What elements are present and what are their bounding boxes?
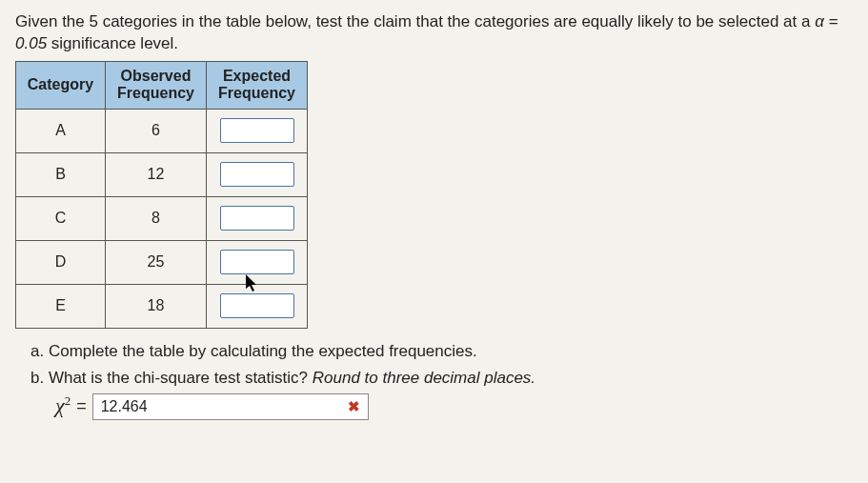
cell-category: A [16, 109, 106, 152]
cell-expected [207, 109, 308, 152]
table-row: C 8 [16, 196, 308, 240]
cell-observed: 8 [106, 196, 207, 240]
chi-symbol: χ2 [55, 393, 71, 418]
header-observed: Observed Frequency [106, 61, 207, 109]
table-header-row: Category Observed Frequency Expected Fre… [16, 61, 308, 109]
prompt-before: Given the 5 categories in the table belo… [15, 12, 815, 30]
table-row: E 18 [16, 284, 308, 328]
question-b-italic: Round to three decimal places. [313, 369, 535, 387]
cell-category: E [16, 284, 106, 328]
cell-observed: 18 [106, 284, 207, 328]
question-a: a. Complete the table by calculating the… [30, 342, 853, 361]
header-observed-l2: Frequency [117, 85, 194, 101]
cell-expected [207, 152, 308, 196]
table-row: B 12 [16, 152, 308, 196]
cell-expected [207, 196, 308, 240]
wrong-icon: ✖ [348, 398, 360, 415]
prompt-after: significance level. [47, 34, 178, 52]
chi-square-row: χ2 = 12.464 ✖ [55, 393, 853, 420]
expected-input[interactable] [220, 293, 294, 318]
cell-observed: 12 [106, 152, 207, 196]
table-row: A 6 [16, 109, 308, 152]
cell-category: D [16, 240, 106, 284]
expected-input[interactable] [220, 118, 294, 143]
expected-input[interactable] [220, 206, 294, 231]
chi-answer-value: 12.464 [101, 398, 148, 415]
frequency-table: Category Observed Frequency Expected Fre… [15, 61, 308, 329]
cell-expected [207, 284, 308, 328]
chi-exponent: 2 [65, 393, 71, 408]
header-expected: Expected Frequency [207, 61, 308, 109]
question-prompt: Given the 5 categories in the table belo… [15, 11, 853, 55]
question-b: b. What is the chi-square test statistic… [30, 369, 853, 388]
chi-letter: χ [55, 394, 65, 418]
expected-input[interactable] [220, 162, 294, 187]
cell-expected [207, 240, 308, 284]
cell-observed: 25 [106, 240, 207, 284]
cell-category: C [16, 196, 106, 240]
cell-category: B [16, 152, 106, 196]
expected-input[interactable] [220, 250, 294, 274]
equals-sign: = [76, 396, 87, 416]
table-row: D 25 [16, 240, 308, 284]
header-category: Category [16, 61, 106, 109]
chi-answer-box[interactable]: 12.464 ✖ [92, 393, 369, 420]
header-expected-l1: Expected [223, 68, 291, 84]
cell-observed: 6 [106, 109, 207, 152]
header-expected-l2: Frequency [218, 85, 295, 101]
header-observed-l1: Observed [121, 68, 192, 84]
question-b-lead: b. What is the chi-square test statistic… [30, 369, 313, 387]
